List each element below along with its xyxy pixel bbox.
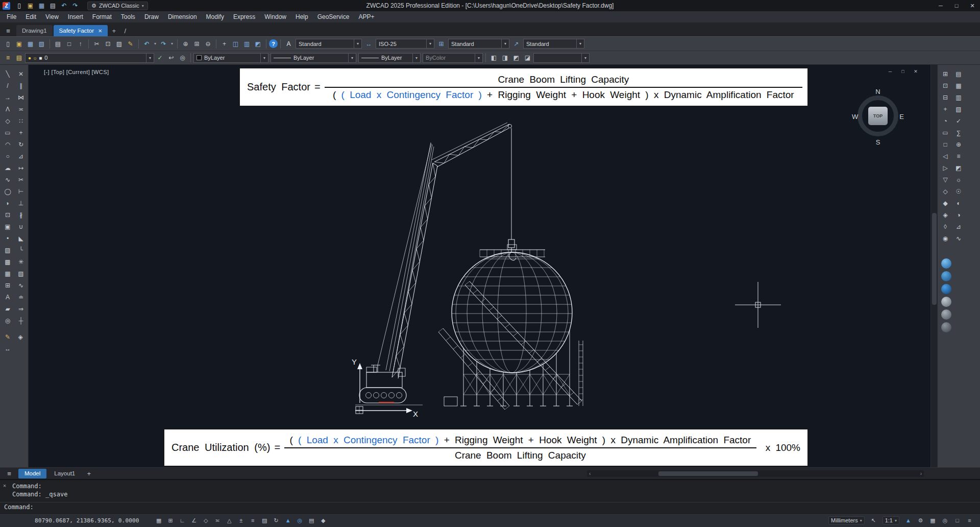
break-at-point-icon[interactable]: ⊥ (15, 198, 27, 209)
menu-item-app+[interactable]: APP+ (354, 11, 379, 22)
view-se-iso-icon[interactable]: ◆ (939, 198, 951, 209)
drawing-viewport[interactable]: XY (29, 65, 937, 467)
drawing-canvas[interactable]: XY [-] [Top] [Current] [WCS] ─□✕ Safety … (29, 65, 937, 467)
materials-icon[interactable]: ◩ (952, 162, 965, 174)
menu-item-modify[interactable]: Modify (202, 11, 229, 22)
mleader-style-icon[interactable]: ↗ (511, 39, 522, 49)
mleader-style-combo[interactable]: Standard▾ (523, 39, 584, 49)
cut-icon[interactable]: ✂ (91, 39, 102, 49)
motion-path-icon[interactable]: ∿ (952, 233, 965, 244)
open-icon[interactable]: ▣ (25, 1, 36, 11)
polar-icon[interactable]: ∠ (189, 516, 200, 525)
make-block-icon[interactable]: ▣ (2, 221, 14, 232)
dyn-icon[interactable]: ± (236, 516, 247, 525)
pan-icon[interactable]: + (219, 39, 230, 49)
undo-icon[interactable]: ↶ (141, 39, 152, 49)
paste-icon[interactable]: ▨ (114, 39, 125, 49)
window-close-button[interactable]: ✕ (965, 1, 980, 11)
properties-palette-icon[interactable]: ▤ (952, 68, 965, 80)
ellipse-icon[interactable]: ◯ (2, 186, 14, 197)
vs-2d-wireframe-icon[interactable] (941, 258, 951, 269)
close-icon[interactable]: ✕ (98, 28, 102, 34)
view-compass[interactable]: N S W E TOP (852, 88, 903, 145)
pan-2-icon[interactable]: + (939, 104, 951, 115)
layer-combo[interactable]: ●☼■ 0 ▾ (25, 53, 154, 63)
menu-item-express[interactable]: Express (229, 11, 260, 22)
text-style-combo[interactable]: Standard▾ (296, 39, 362, 49)
chevron-down-icon[interactable]: ▾ (501, 39, 509, 48)
extra-combo[interactable]: ▾ (533, 53, 590, 63)
dim-style-icon[interactable]: ↔ (363, 39, 374, 49)
zoom-window-icon[interactable]: ⊞ (191, 39, 202, 49)
compass-south[interactable]: S (876, 138, 880, 146)
autoscale-icon[interactable]: ◎ (295, 516, 305, 525)
viewport-minimize-icon[interactable]: ─ (886, 68, 894, 75)
zoom-extents-icon[interactable]: ⊞ (939, 68, 951, 80)
render-presets-icon[interactable]: ◐ (952, 198, 965, 209)
chevron-down-icon[interactable]: ▾ (412, 54, 420, 62)
command-prompt[interactable]: Command: (4, 504, 34, 511)
menu-item-window[interactable]: Window (260, 11, 291, 22)
close-icon[interactable]: ✕ (3, 483, 6, 488)
plot-icon[interactable]: ▤ (47, 1, 58, 11)
copy-clip-icon[interactable]: ⊡ (103, 39, 113, 49)
osnap-icon[interactable]: ◇ (201, 516, 211, 525)
zoom-realtime-icon[interactable]: ⊕ (180, 39, 191, 49)
layer-states-icon[interactable]: ▤ (14, 53, 24, 63)
chevron-down-icon[interactable]: ▾ (260, 54, 268, 62)
chevron-down-icon[interactable]: ▾ (475, 54, 482, 62)
tool-palettes-icon[interactable]: ▥ (952, 92, 965, 103)
customization-menu-icon[interactable]: ≡ (964, 516, 975, 525)
doc-tab-safety-factor[interactable]: Safety Factor✕ (54, 25, 108, 36)
offset-icon[interactable]: ≍ (15, 104, 27, 115)
selection-cycling-icon[interactable]: ↻ (271, 516, 282, 525)
array-icon[interactable]: ∷ (15, 115, 27, 127)
linetype-combo[interactable]: ByLayer▾ (271, 53, 356, 63)
annotation-scale-dropdown[interactable]: 1:1 ▾ (883, 516, 899, 524)
annotation-cursor-icon[interactable]: ↖ (868, 516, 879, 525)
fillet-icon[interactable]: ╰ (15, 245, 27, 256)
menu-item-help[interactable]: Help (291, 11, 313, 22)
redo-icon[interactable]: ↷ (70, 1, 81, 11)
vs-conceptual-icon[interactable] (941, 309, 951, 320)
mtext-icon[interactable]: A (2, 292, 14, 303)
viewport-controls-label[interactable]: [-] [Top] [Current] [WCS] (44, 69, 109, 75)
new-icon[interactable]: ▯ (14, 1, 24, 11)
save-icon[interactable]: ▦ (36, 1, 47, 11)
gradient-icon[interactable]: ▩ (2, 256, 14, 268)
vs-shaded-icon[interactable] (941, 284, 951, 294)
scale-icon[interactable]: ⊿ (15, 151, 27, 162)
menu-item-format[interactable]: Format (88, 11, 116, 22)
circle-icon[interactable]: ○ (2, 151, 14, 162)
canvas-vertical-scrollbar[interactable] (930, 65, 937, 467)
redo-icon[interactable]: ↷ (158, 39, 169, 49)
spline-icon[interactable]: ∿ (2, 174, 14, 185)
arc-icon[interactable]: ◠ (2, 139, 14, 150)
layer-isolate-icon[interactable]: ◎ (177, 53, 188, 63)
view-front-icon[interactable]: □ (939, 139, 951, 150)
design-center-icon[interactable]: ▦ (952, 80, 965, 91)
zoom-previous-icon[interactable]: ⊖ (203, 39, 213, 49)
zoom-dynamic-icon[interactable]: ⊟ (939, 92, 951, 103)
transparency-icon[interactable]: ▨ (259, 516, 270, 525)
publish-icon[interactable]: ↑ (75, 39, 86, 49)
add-layout-button[interactable]: + (84, 469, 93, 478)
hardware-acceleration-icon[interactable]: ▦ (927, 516, 938, 525)
view-ne-iso-icon[interactable]: ◈ (939, 209, 951, 221)
make-layer-current-icon[interactable]: ✓ (155, 53, 165, 63)
view-cube[interactable]: TOP (868, 107, 888, 125)
view-top-icon[interactable]: ▭ (939, 127, 951, 138)
scrollbar-thumb[interactable] (932, 213, 937, 305)
layout-tab-layout1[interactable]: Layout1 (48, 469, 81, 478)
save-as-icon[interactable]: ▧ (36, 39, 47, 49)
edit-hatch-icon[interactable]: ▧ (15, 268, 27, 279)
units-dropdown[interactable]: Millimeters ▾ (828, 516, 865, 524)
region-icon[interactable]: ▦ (2, 268, 14, 279)
stretch-icon[interactable]: ↦ (15, 162, 27, 174)
view-nw-iso-icon[interactable]: ◊ (939, 221, 951, 232)
vs-hidden-icon[interactable] (941, 271, 951, 281)
hatch-icon[interactable]: ▨ (2, 245, 14, 256)
mirror-icon[interactable]: ⋈ (15, 92, 27, 103)
menu-item-dimension[interactable]: Dimension (163, 11, 202, 22)
new-icon[interactable]: ▯ (3, 39, 13, 49)
